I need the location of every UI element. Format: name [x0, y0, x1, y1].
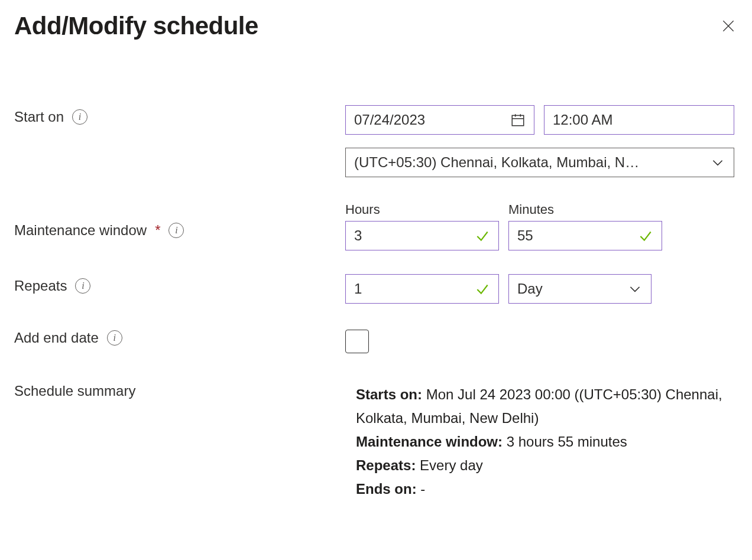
summary-maintenance-label: Maintenance window:: [356, 434, 503, 450]
repeat-count-value: 1: [354, 281, 475, 297]
start-time-input[interactable]: 12:00 AM: [544, 105, 734, 135]
start-date-input[interactable]: 07/24/2023: [345, 105, 534, 135]
maintenance-window-label: Maintenance window: [14, 222, 147, 239]
hours-input[interactable]: 3: [345, 221, 499, 250]
info-icon[interactable]: i: [72, 109, 87, 125]
calendar-icon: [510, 112, 526, 128]
close-button[interactable]: [719, 17, 738, 35]
info-icon[interactable]: i: [168, 223, 184, 238]
start-date-value: 07/24/2023: [354, 112, 510, 128]
add-end-date-checkbox[interactable]: [345, 330, 369, 353]
chevron-down-icon: [627, 281, 643, 297]
repeat-unit-select[interactable]: Day: [508, 274, 651, 304]
summary-repeats-label: Repeats:: [356, 457, 416, 473]
summary-ends-on-label: Ends on:: [356, 481, 417, 497]
summary-repeats-value: Every day: [420, 457, 483, 473]
check-icon: [638, 228, 653, 243]
check-icon: [475, 281, 490, 297]
start-on-label: Start on: [14, 109, 64, 125]
info-icon[interactable]: i: [75, 278, 90, 294]
minutes-value: 55: [517, 227, 638, 244]
hours-sublabel: Hours: [345, 202, 499, 217]
repeat-unit-value: Day: [517, 281, 627, 297]
summary-ends-on-value: -: [420, 481, 425, 497]
svg-rect-2: [512, 115, 524, 125]
check-icon: [475, 228, 490, 243]
required-marker: *: [155, 222, 160, 239]
start-time-value: 12:00 AM: [553, 112, 725, 128]
repeat-count-input[interactable]: 1: [345, 274, 499, 304]
schedule-summary-text: Starts on: Mon Jul 24 2023 00:00 ((UTC+0…: [345, 383, 738, 501]
timezone-select[interactable]: (UTC+05:30) Chennai, Kolkata, Mumbai, N…: [345, 148, 734, 177]
add-end-date-label: Add end date: [14, 330, 99, 346]
page-title: Add/Modify schedule: [14, 12, 258, 40]
chevron-down-icon: [710, 155, 725, 170]
summary-maintenance-value: 3 hours 55 minutes: [507, 434, 627, 450]
repeats-label: Repeats: [14, 278, 67, 294]
close-icon: [721, 18, 736, 34]
summary-starts-on-label: Starts on:: [356, 386, 422, 402]
hours-value: 3: [354, 227, 475, 244]
minutes-input[interactable]: 55: [508, 221, 662, 250]
minutes-sublabel: Minutes: [508, 202, 662, 217]
info-icon[interactable]: i: [107, 330, 122, 346]
timezone-value: (UTC+05:30) Chennai, Kolkata, Mumbai, N…: [354, 154, 704, 171]
schedule-summary-label: Schedule summary: [14, 383, 135, 399]
